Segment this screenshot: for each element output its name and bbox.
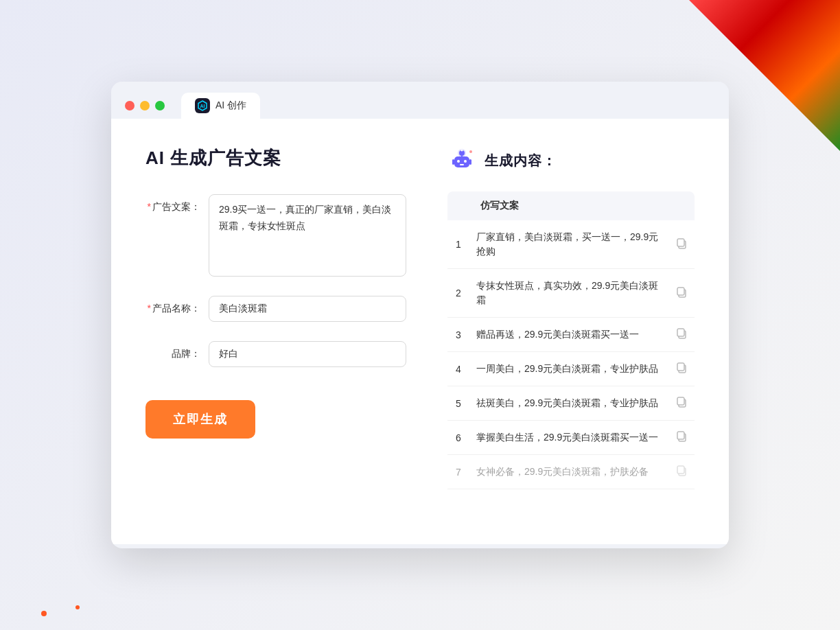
table-row: 6 掌握美白生活，29.9元美白淡斑霜买一送一	[447, 421, 695, 455]
svg-rect-16	[677, 288, 684, 295]
svg-rect-11	[469, 159, 471, 165]
copy-button-cell[interactable]	[667, 421, 695, 455]
ad-copy-required: *	[148, 201, 151, 212]
row-text: 女神必备，29.9元美白淡斑霜，护肤必备	[469, 455, 667, 489]
svg-rect-24	[677, 432, 684, 439]
table-row: 1 厂家直销，美白淡斑霜，买一送一，29.9元抢购	[447, 220, 695, 269]
traffic-lights	[125, 101, 165, 110]
row-number: 3	[447, 318, 469, 352]
row-number: 2	[447, 269, 469, 318]
table-row: 2 专抹女性斑点，真实功效，29.9元美白淡斑霜	[447, 269, 695, 318]
row-text: 专抹女性斑点，真实功效，29.9元美白淡斑霜	[469, 269, 667, 318]
copy-icon[interactable]	[674, 396, 688, 410]
svg-text:AI: AI	[200, 104, 205, 108]
svg-rect-5	[454, 156, 469, 167]
row-text: 一周美白，29.9元美白淡斑霜，专业护肤品	[469, 352, 667, 386]
svg-rect-22	[677, 397, 684, 405]
left-panel: AI 生成广告文案 *广告文案： 29.9买一送一，真正的厂家直销，美白淡斑霜，…	[145, 146, 406, 517]
dot-decoration-2	[75, 605, 80, 609]
brand-field-group: 品牌：	[145, 341, 406, 367]
svg-rect-8	[460, 164, 464, 165]
result-table: 仿写文案 1 厂家直销，美白淡斑霜，买一送一，29.9元抢购 2 专抹女性斑点，…	[447, 191, 695, 489]
svg-rect-6	[457, 160, 460, 163]
copy-button-cell[interactable]	[667, 455, 695, 489]
table-row: 4 一周美白，29.9元美白淡斑霜，专业护肤品	[447, 352, 695, 386]
svg-rect-26	[677, 466, 684, 474]
svg-point-4	[461, 150, 463, 152]
copy-button-cell[interactable]	[667, 386, 695, 421]
table-row: 7 女神必备，29.9元美白淡斑霜，护肤必备	[447, 455, 695, 489]
product-name-input[interactable]	[209, 296, 406, 322]
product-name-field-group: *产品名称：	[145, 296, 406, 322]
copy-button-cell[interactable]	[667, 269, 695, 318]
copy-button-cell[interactable]	[667, 352, 695, 386]
product-name-label: *产品名称：	[145, 296, 200, 315]
maximize-button[interactable]	[155, 101, 165, 110]
right-panel: 生成内容： 仿写文案 1 厂家直销，美白淡斑霜，买一送一，29.9元抢购	[447, 146, 695, 517]
dot-decoration-1	[41, 611, 47, 616]
product-name-required: *	[148, 303, 151, 314]
ad-copy-label: *广告文案：	[145, 194, 200, 213]
svg-rect-7	[464, 160, 467, 163]
row-text: 祛斑美白，29.9元美白淡斑霜，专业护肤品	[469, 386, 667, 421]
copy-icon[interactable]	[674, 237, 688, 251]
table-header-row: 仿写文案	[447, 191, 695, 220]
tab-label: AI 创作	[215, 100, 246, 112]
copy-icon[interactable]	[674, 327, 688, 341]
row-number: 7	[447, 455, 469, 489]
table-row: 3 赠品再送，29.9元美白淡斑霜买一送一	[447, 318, 695, 352]
svg-rect-14	[677, 239, 684, 246]
row-number: 1	[447, 220, 469, 269]
svg-rect-18	[677, 329, 684, 336]
tab-ai-icon: AI	[195, 98, 210, 113]
table-row: 5 祛斑美白，29.9元美白淡斑霜，专业护肤品	[447, 386, 695, 421]
row-number: 4	[447, 352, 469, 386]
ad-copy-field-group: *广告文案： 29.9买一送一，真正的厂家直销，美白淡斑霜，专抹女性斑点	[145, 194, 406, 277]
copy-icon[interactable]	[674, 465, 688, 478]
brand-input[interactable]	[209, 341, 406, 367]
robot-icon	[447, 146, 476, 175]
row-number: 5	[447, 386, 469, 421]
row-number: 6	[447, 421, 469, 455]
title-bar: AI AI 创作	[111, 82, 729, 119]
copy-icon[interactable]	[674, 430, 688, 444]
content-area: AI 生成广告文案 *广告文案： 29.9买一送一，真正的厂家直销，美白淡斑霜，…	[111, 119, 729, 544]
result-title: 生成内容：	[485, 152, 557, 170]
copy-icon[interactable]	[674, 362, 688, 375]
generate-button[interactable]: 立即生成	[145, 400, 255, 439]
copy-icon[interactable]	[674, 286, 688, 300]
browser-window: AI AI 创作 AI 生成广告文案 *广告文案： 29.9买一送一，真正的厂家…	[111, 82, 729, 548]
brand-label: 品牌：	[145, 341, 200, 360]
close-button[interactable]	[125, 101, 135, 110]
copy-button-cell[interactable]	[667, 220, 695, 269]
ad-copy-input[interactable]: 29.9买一送一，真正的厂家直销，美白淡斑霜，专抹女性斑点	[209, 194, 406, 277]
column-header: 仿写文案	[469, 191, 667, 220]
minimize-button[interactable]	[140, 101, 150, 110]
browser-tab[interactable]: AI AI 创作	[181, 93, 260, 119]
page-title: AI 生成广告文案	[145, 146, 406, 170]
svg-point-12	[469, 150, 472, 153]
svg-rect-10	[452, 159, 454, 165]
copy-button-cell[interactable]	[667, 318, 695, 352]
row-text: 掌握美白生活，29.9元美白淡斑霜买一送一	[469, 421, 667, 455]
row-text: 赠品再送，29.9元美白淡斑霜买一送一	[469, 318, 667, 352]
row-text: 厂家直销，美白淡斑霜，买一送一，29.9元抢购	[469, 220, 667, 269]
result-header: 生成内容：	[447, 146, 695, 175]
svg-rect-20	[677, 363, 684, 371]
